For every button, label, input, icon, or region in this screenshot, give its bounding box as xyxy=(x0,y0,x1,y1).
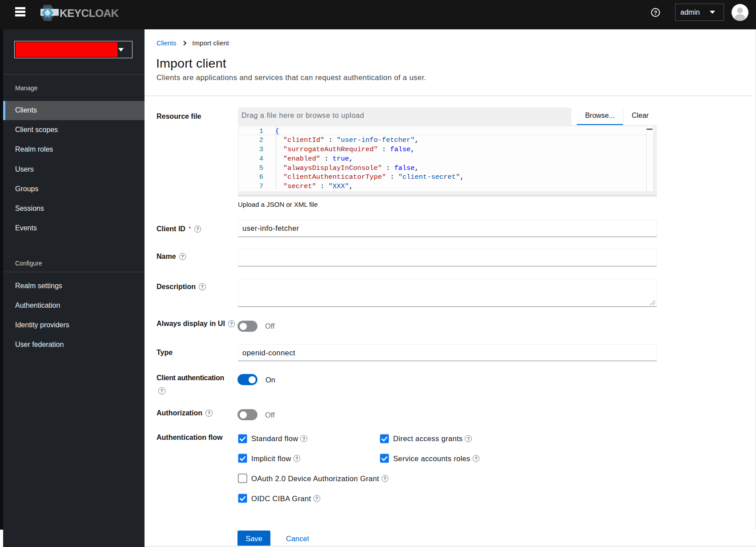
svg-text:KEYCLOAK: KEYCLOAK xyxy=(60,7,119,19)
